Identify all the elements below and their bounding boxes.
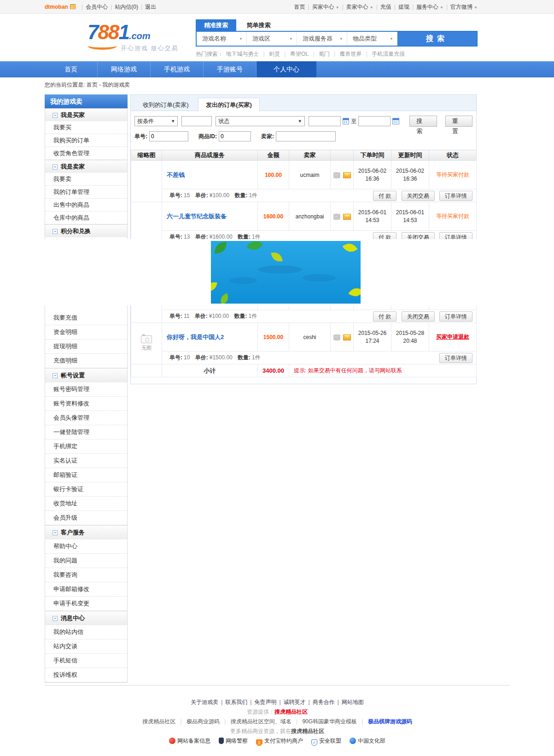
calendar-icon[interactable] <box>343 118 350 124</box>
sidebar-item[interactable]: 账号密码管理 <box>45 382 127 397</box>
topbar-nav-item[interactable]: 充值 <box>380 4 391 10</box>
sidebar-item[interactable]: 我购买的订单 <box>45 134 127 147</box>
partner-link[interactable]: 极品商业源码 <box>187 718 220 725</box>
message-icon[interactable] <box>70 4 76 9</box>
mail-icon[interactable] <box>343 214 351 220</box>
tab-precise-search[interactable]: 精准搜索 <box>196 19 236 31</box>
sidebar-section[interactable]: 我是卖家 <box>45 160 127 173</box>
order-detail-button[interactable]: 订单详情 <box>439 311 472 322</box>
sidebar-item[interactable]: 我要充值 <box>45 311 127 325</box>
sidebar-section[interactable]: 积分和兑换 <box>45 224 127 237</box>
sidebar-item[interactable]: 会员升级 <box>45 511 127 525</box>
sidebar-section[interactable]: 我是买家 <box>45 108 127 121</box>
condition-select[interactable]: 按条件▼ <box>134 116 178 126</box>
order-product-link[interactable]: 六一儿童节纪念版装备 <box>167 213 227 220</box>
mail-icon[interactable] <box>343 334 351 340</box>
chat-icon[interactable] <box>333 214 340 220</box>
topbar-nav-item[interactable]: 卖家中心▼ <box>346 4 373 10</box>
sidebar-item[interactable]: 收货角色管理 <box>45 147 127 160</box>
sidebar-item[interactable]: 我的问题 <box>45 554 127 568</box>
sidebar-item[interactable]: 会员头像管理 <box>45 411 127 425</box>
sidebar-item[interactable]: 账号资料修改 <box>45 397 127 411</box>
sidebar-item[interactable]: 帮助中心 <box>45 539 127 554</box>
hot-search-item[interactable]: 蜀门 <box>319 51 330 57</box>
sidebar-item[interactable]: 仓库中的商品 <box>45 211 127 224</box>
tab-sent-orders[interactable]: 发出的订单(买家) <box>198 98 260 111</box>
refund-request-link[interactable]: 买家申请退款 <box>436 334 469 340</box>
nav-item-2[interactable]: 网络游戏 <box>98 61 151 77</box>
date-from-input[interactable] <box>309 116 341 126</box>
search-select[interactable]: 游戏区▼ <box>247 32 297 46</box>
chat-icon[interactable] <box>333 172 340 178</box>
product-id-input[interactable] <box>219 131 251 141</box>
hot-search-item[interactable]: 手机流量充值 <box>372 51 405 57</box>
topbar-nav-item[interactable]: 首页 <box>294 4 305 10</box>
sidebar-item[interactable]: 申请手机变更 <box>45 597 127 611</box>
close-trade-button[interactable]: 关闭交易 <box>402 311 435 322</box>
promo-banner-image[interactable] <box>211 241 361 304</box>
topbar-nav-item[interactable]: 官方微博▼ <box>450 4 478 10</box>
footer-badge[interactable]: 网站备案信息 <box>169 738 210 744</box>
sidebar-item[interactable]: 申请邮箱修改 <box>45 582 127 597</box>
search-select[interactable]: 游戏名称▼ <box>197 32 247 46</box>
partner-link[interactable]: 搜虎精品社区 <box>142 718 175 725</box>
sidebar-item[interactable]: 资金明细 <box>45 325 127 340</box>
footer-badge[interactable]: 安全联盟 <box>311 738 341 744</box>
sidebar-item[interactable]: 收货地址 <box>45 497 127 511</box>
sidebar-section[interactable]: 帐号设置 <box>45 368 127 382</box>
order-detail-button[interactable]: 订单详情 <box>439 353 472 363</box>
footer-badge[interactable]: 支付宝特约商户 <box>256 738 303 744</box>
partner-link[interactable]: 极品棋牌游戏源码 <box>368 718 412 725</box>
close-trade-button[interactable]: 关闭交易 <box>402 191 435 201</box>
hot-search-item[interactable]: 剑灵 <box>269 51 280 57</box>
sidebar-item[interactable]: 银行卡验证 <box>45 482 127 497</box>
order-product-link[interactable]: 不差钱 <box>167 171 185 178</box>
pay-button[interactable]: 付 款 <box>373 311 397 322</box>
search-submit-button[interactable]: 搜索 <box>397 32 477 46</box>
status-select[interactable]: 状态▼ <box>216 116 304 126</box>
more-resource-link[interactable]: 搜虎精品社区 <box>291 728 324 734</box>
seller-input[interactable] <box>276 131 336 141</box>
topbar-link[interactable]: 退出 <box>145 4 156 10</box>
condition-input[interactable] <box>181 116 212 126</box>
sidebar-item[interactable]: 手机短信 <box>45 654 127 668</box>
sidebar-item[interactable]: 我的订单管理 <box>45 186 127 199</box>
topbar-nav-item[interactable]: 服务中心▼ <box>416 4 443 10</box>
footer-link[interactable]: 商务合作 <box>313 699 335 705</box>
topbar-nav-item[interactable]: 提现 <box>398 4 409 10</box>
partner-link[interactable]: 搜虎精品社区空间、域名 <box>231 718 292 725</box>
nav-item-5[interactable]: 个人中心 <box>257 61 316 77</box>
tab-received-orders[interactable]: 收到的订单(卖家) <box>135 98 196 111</box>
tab-simple-search[interactable]: 简单搜索 <box>238 19 279 31</box>
reset-button[interactable]: 重 置 <box>445 116 472 127</box>
partner-link[interactable]: 90G韩国豪华商业模板 <box>302 718 357 725</box>
order-detail-button[interactable]: 订单详情 <box>439 191 472 201</box>
resource-link[interactable]: 搜虎精品社区 <box>274 709 308 715</box>
sidebar-item[interactable]: 投诉维权 <box>45 668 127 682</box>
nav-item-3[interactable]: 手机游戏 <box>151 61 204 77</box>
username[interactable]: dtmoban <box>45 4 68 10</box>
sidebar-item[interactable]: 出售中的商品 <box>45 199 127 211</box>
footer-badge[interactable]: 中国文化部 <box>350 738 385 744</box>
topbar-link[interactable]: 会员中心 <box>86 4 108 10</box>
footer-link[interactable]: 诚聘英才 <box>284 699 306 705</box>
pay-button[interactable]: 付 款 <box>373 191 397 201</box>
mail-icon[interactable] <box>343 172 351 178</box>
hot-search-item[interactable]: 地下城与勇士 <box>226 51 259 57</box>
sidebar-item[interactable]: 一健登陆管理 <box>45 425 127 440</box>
sidebar-item[interactable]: 站内交谈 <box>45 639 127 654</box>
footer-badge[interactable]: 网络警察 <box>219 738 248 744</box>
topbar-nav-item[interactable]: 买家中心▼ <box>312 4 339 10</box>
sidebar-section[interactable]: 客户服务 <box>45 525 127 539</box>
sidebar-item[interactable]: 实名认证 <box>45 454 127 468</box>
topbar-link[interactable]: 站内信(0) <box>115 4 138 10</box>
order-no-input[interactable] <box>149 131 188 141</box>
hot-search-item[interactable]: 希望OL <box>290 51 309 57</box>
sidebar-item[interactable]: 我要卖 <box>45 173 127 186</box>
site-logo[interactable]: 7881.com 开心游戏 放心交易 <box>87 22 189 50</box>
sidebar-item[interactable]: 提现明细 <box>45 340 127 354</box>
footer-link[interactable]: 网站地图 <box>342 699 364 705</box>
chat-icon[interactable] <box>333 334 340 340</box>
sidebar-item[interactable]: 充值明细 <box>45 354 127 368</box>
search-select[interactable]: 物品类型▼ <box>347 32 397 46</box>
